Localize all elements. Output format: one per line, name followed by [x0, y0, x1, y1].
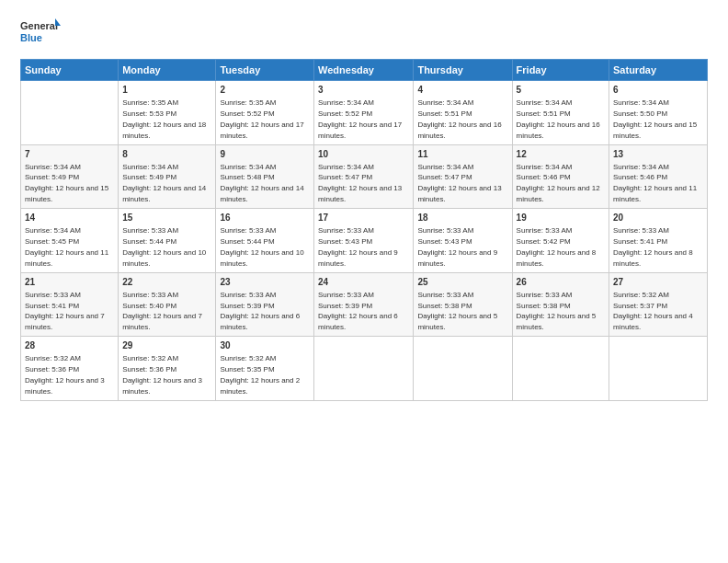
day-number: 7: [25, 148, 114, 161]
calendar-cell: 5Sunrise: 5:34 AMSunset: 5:51 PMDaylight…: [512, 81, 609, 145]
day-number: 10: [318, 148, 409, 161]
day-info: Sunrise: 5:34 AMSunset: 5:48 PMDaylight:…: [220, 163, 303, 204]
calendar-cell: 16Sunrise: 5:33 AMSunset: 5:44 PMDayligh…: [216, 209, 314, 273]
day-number: 19: [517, 212, 605, 224]
day-number: 29: [122, 339, 211, 352]
day-number: 16: [220, 212, 310, 224]
day-number: 9: [220, 148, 310, 161]
calendar-table: SundayMondayTuesdayWednesdayThursdayFrid…: [20, 59, 708, 401]
calendar-cell: 8Sunrise: 5:34 AMSunset: 5:49 PMDaylight…: [119, 144, 216, 209]
day-number: 20: [613, 212, 703, 224]
logo: General Blue: [20, 17, 61, 50]
calendar-cell: 23Sunrise: 5:33 AMSunset: 5:39 PMDayligh…: [216, 272, 314, 337]
calendar-week-row: 1Sunrise: 5:35 AMSunset: 5:53 PMDaylight…: [21, 81, 708, 145]
calendar-cell: 11Sunrise: 5:34 AMSunset: 5:47 PMDayligh…: [414, 144, 512, 209]
weekday-header: Sunday: [21, 60, 119, 81]
day-info: Sunrise: 5:33 AMSunset: 5:41 PMDaylight:…: [25, 291, 105, 332]
day-info: Sunrise: 5:35 AMSunset: 5:52 PMDaylight:…: [220, 98, 303, 140]
day-number: 2: [220, 84, 310, 97]
day-info: Sunrise: 5:34 AMSunset: 5:47 PMDaylight:…: [318, 163, 402, 204]
weekday-header: Thursday: [414, 60, 512, 81]
calendar-cell: 12Sunrise: 5:34 AMSunset: 5:46 PMDayligh…: [512, 144, 609, 209]
day-info: Sunrise: 5:32 AMSunset: 5:37 PMDaylight:…: [613, 291, 693, 332]
day-info: Sunrise: 5:34 AMSunset: 5:49 PMDaylight:…: [25, 163, 108, 204]
weekday-header: Wednesday: [314, 60, 414, 81]
calendar-cell: 2Sunrise: 5:35 AMSunset: 5:52 PMDaylight…: [216, 81, 314, 145]
day-number: 4: [417, 84, 507, 97]
day-info: Sunrise: 5:32 AMSunset: 5:36 PMDaylight:…: [122, 354, 202, 396]
calendar-cell: 7Sunrise: 5:34 AMSunset: 5:49 PMDaylight…: [21, 144, 119, 209]
day-info: Sunrise: 5:34 AMSunset: 5:50 PMDaylight:…: [613, 98, 697, 140]
day-info: Sunrise: 5:33 AMSunset: 5:39 PMDaylight:…: [318, 291, 398, 332]
calendar-cell: 18Sunrise: 5:33 AMSunset: 5:43 PMDayligh…: [414, 209, 512, 273]
day-number: 21: [25, 276, 114, 289]
logo-svg: General Blue: [20, 17, 61, 50]
calendar-cell: 27Sunrise: 5:32 AMSunset: 5:37 PMDayligh…: [609, 272, 708, 337]
calendar-cell: 9Sunrise: 5:34 AMSunset: 5:48 PMDaylight…: [216, 144, 314, 209]
day-number: 8: [122, 148, 211, 161]
calendar-cell: 30Sunrise: 5:32 AMSunset: 5:35 PMDayligh…: [216, 337, 314, 401]
day-number: 18: [417, 212, 507, 224]
day-number: 14: [25, 212, 114, 224]
calendar-cell: 6Sunrise: 5:34 AMSunset: 5:50 PMDaylight…: [609, 81, 708, 145]
day-info: Sunrise: 5:33 AMSunset: 5:43 PMDaylight:…: [318, 226, 398, 268]
calendar-cell: 10Sunrise: 5:34 AMSunset: 5:47 PMDayligh…: [314, 144, 414, 209]
day-info: Sunrise: 5:32 AMSunset: 5:36 PMDaylight:…: [25, 354, 105, 396]
calendar-week-row: 21Sunrise: 5:33 AMSunset: 5:41 PMDayligh…: [21, 272, 708, 337]
calendar-week-row: 28Sunrise: 5:32 AMSunset: 5:36 PMDayligh…: [21, 337, 708, 401]
day-number: 17: [318, 212, 409, 224]
weekday-header: Saturday: [609, 60, 708, 81]
day-number: 11: [417, 148, 507, 161]
calendar-cell: 4Sunrise: 5:34 AMSunset: 5:51 PMDaylight…: [414, 81, 512, 145]
day-number: 13: [613, 148, 703, 161]
calendar-cell: [314, 337, 414, 401]
calendar-cell: 24Sunrise: 5:33 AMSunset: 5:39 PMDayligh…: [314, 272, 414, 337]
day-info: Sunrise: 5:35 AMSunset: 5:53 PMDaylight:…: [122, 98, 206, 140]
calendar-header-row: SundayMondayTuesdayWednesdayThursdayFrid…: [21, 60, 708, 81]
day-number: 30: [220, 339, 310, 352]
calendar-cell: 20Sunrise: 5:33 AMSunset: 5:41 PMDayligh…: [609, 209, 708, 273]
day-number: 1: [122, 84, 211, 97]
calendar-cell: 28Sunrise: 5:32 AMSunset: 5:36 PMDayligh…: [21, 337, 119, 401]
day-info: Sunrise: 5:33 AMSunset: 5:41 PMDaylight:…: [613, 226, 693, 268]
calendar-cell: 3Sunrise: 5:34 AMSunset: 5:52 PMDaylight…: [314, 81, 414, 145]
weekday-header: Tuesday: [216, 60, 314, 81]
calendar-cell: [512, 337, 609, 401]
day-info: Sunrise: 5:34 AMSunset: 5:52 PMDaylight:…: [318, 98, 402, 140]
calendar-week-row: 7Sunrise: 5:34 AMSunset: 5:49 PMDaylight…: [21, 144, 708, 209]
calendar-cell: [609, 337, 708, 401]
day-number: 26: [517, 276, 605, 289]
day-number: 27: [613, 276, 703, 289]
calendar-cell: 1Sunrise: 5:35 AMSunset: 5:53 PMDaylight…: [119, 81, 216, 145]
calendar-cell: [414, 337, 512, 401]
calendar-week-row: 14Sunrise: 5:34 AMSunset: 5:45 PMDayligh…: [21, 209, 708, 273]
day-info: Sunrise: 5:33 AMSunset: 5:38 PMDaylight:…: [417, 291, 497, 332]
svg-text:General: General: [20, 20, 58, 31]
day-number: 22: [122, 276, 211, 289]
day-number: 5: [517, 84, 605, 97]
day-number: 6: [613, 84, 703, 97]
day-info: Sunrise: 5:32 AMSunset: 5:35 PMDaylight:…: [220, 354, 300, 396]
day-info: Sunrise: 5:34 AMSunset: 5:51 PMDaylight:…: [417, 98, 501, 140]
weekday-header: Friday: [512, 60, 609, 81]
calendar-cell: 13Sunrise: 5:34 AMSunset: 5:46 PMDayligh…: [609, 144, 708, 209]
calendar-cell: 17Sunrise: 5:33 AMSunset: 5:43 PMDayligh…: [314, 209, 414, 273]
day-info: Sunrise: 5:33 AMSunset: 5:44 PMDaylight:…: [122, 226, 206, 268]
day-info: Sunrise: 5:34 AMSunset: 5:45 PMDaylight:…: [25, 226, 108, 268]
day-info: Sunrise: 5:34 AMSunset: 5:51 PMDaylight:…: [517, 98, 600, 140]
calendar-cell: 26Sunrise: 5:33 AMSunset: 5:38 PMDayligh…: [512, 272, 609, 337]
day-info: Sunrise: 5:34 AMSunset: 5:49 PMDaylight:…: [122, 163, 206, 204]
day-info: Sunrise: 5:33 AMSunset: 5:38 PMDaylight:…: [517, 291, 597, 332]
day-info: Sunrise: 5:33 AMSunset: 5:42 PMDaylight:…: [517, 226, 597, 268]
day-number: 12: [517, 148, 605, 161]
day-number: 25: [417, 276, 507, 289]
calendar-cell: [21, 81, 119, 145]
day-info: Sunrise: 5:34 AMSunset: 5:46 PMDaylight:…: [613, 163, 697, 204]
calendar-cell: 29Sunrise: 5:32 AMSunset: 5:36 PMDayligh…: [119, 337, 216, 401]
calendar-cell: 14Sunrise: 5:34 AMSunset: 5:45 PMDayligh…: [21, 209, 119, 273]
calendar-cell: 15Sunrise: 5:33 AMSunset: 5:44 PMDayligh…: [119, 209, 216, 273]
day-info: Sunrise: 5:33 AMSunset: 5:40 PMDaylight:…: [122, 291, 202, 332]
day-number: 24: [318, 276, 409, 289]
calendar-cell: 22Sunrise: 5:33 AMSunset: 5:40 PMDayligh…: [119, 272, 216, 337]
day-info: Sunrise: 5:34 AMSunset: 5:46 PMDaylight:…: [517, 163, 600, 204]
